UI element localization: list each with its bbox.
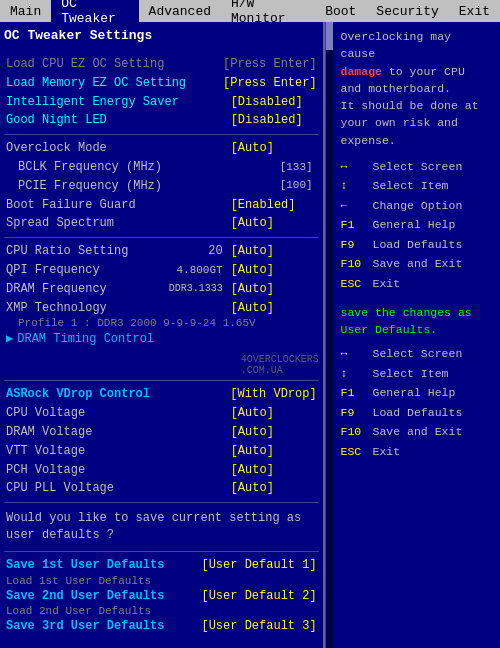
value-xmp-tech: [Auto] [227, 300, 317, 317]
setting-dram-timing[interactable]: ▶ DRAM Timing Control [4, 329, 319, 348]
key2-desc-save-exit: Save and Exit [373, 422, 463, 442]
key-sym-esc: ESC [341, 274, 369, 294]
setting-spread-spectrum[interactable]: Spread Spectrum [Auto] [4, 214, 319, 233]
divider-5 [4, 551, 319, 552]
value-save-1st: [User Default 1] [197, 557, 316, 574]
setting-pcie-freq[interactable]: PCIE Frequency (MHz) [100] [4, 177, 319, 196]
key2-esc: ESC Exit [341, 442, 492, 462]
key-change-option: ← Change Option [341, 196, 492, 216]
menu-security[interactable]: Security [366, 0, 448, 22]
help-text-1: Overclocking may cause [341, 30, 451, 60]
right-panel: Overclocking may cause damage to your CP… [333, 22, 500, 648]
key2-desc-select-screen: Select Screen [373, 344, 463, 364]
label-dram-timing: DRAM Timing Control [17, 332, 154, 346]
label-overclock-mode: Overclock Mode [6, 140, 227, 157]
key-esc: ESC Exit [341, 274, 492, 294]
setting-good-night-led[interactable]: Good Night LED [Disabled] [4, 111, 319, 130]
value-load-memory-ez: [Press Enter] [219, 75, 317, 92]
value-dram-voltage: [Auto] [227, 424, 317, 441]
setting-dram-voltage[interactable]: DRAM Voltage [Auto] [4, 423, 319, 442]
label-cpu-pll-voltage: CPU PLL Voltage [6, 480, 227, 497]
value-cpu-pll-voltage: [Auto] [227, 480, 317, 497]
label-energy-saver: Intelligent Energy Saver [6, 94, 227, 111]
setting-save-2nd[interactable]: Save 2nd User Defaults [User Default 2] [4, 587, 319, 606]
scrollbar[interactable] [325, 22, 333, 648]
watermark-area: 4OVERCLOCKERS.COM.UA [4, 348, 319, 376]
key2-desc-select-item: Select Item [373, 364, 449, 384]
menu-advanced[interactable]: Advanced [139, 0, 221, 22]
setting-save-3rd[interactable]: Save 3rd User Defaults [User Default 3] [4, 617, 319, 636]
key-list-1: ↔ Select Screen ↕ Select Item ← Change O… [341, 157, 492, 294]
setting-boot-failure-guard[interactable]: Boot Failure Guard [Enabled] [4, 196, 319, 215]
key2-sym-f10: F10 [341, 422, 369, 442]
value-cpu-voltage: [Auto] [227, 405, 317, 422]
sublabel-save-1st: Load 1st User Defaults [4, 575, 319, 587]
key-desc-esc: Exit [373, 274, 401, 294]
setting-energy-saver[interactable]: Intelligent Energy Saver [Disabled] [4, 93, 319, 112]
key-desc-save-exit: Save and Exit [373, 254, 463, 274]
label-pcie-freq: PCIE Frequency (MHz) [18, 178, 280, 195]
key-select-screen: ↔ Select Screen [341, 157, 492, 177]
value-vtt-voltage: [Auto] [227, 443, 317, 460]
label-dram-voltage: DRAM Voltage [6, 424, 227, 441]
setting-xmp-tech[interactable]: XMP Technology [Auto] [4, 299, 319, 318]
menu-exit[interactable]: Exit [449, 0, 500, 22]
divider-4 [4, 502, 319, 503]
setting-qpi-freq[interactable]: QPI Frequency 4.800GT [Auto] [4, 261, 319, 280]
menu-hw-monitor[interactable]: H/W Monitor [221, 0, 315, 22]
label-save-1st: Save 1st User Defaults [6, 557, 197, 574]
divider-1 [4, 134, 319, 135]
key2-select-screen: ↔ Select Screen [341, 344, 492, 364]
setting-bclk-freq[interactable]: BCLK Frequency (MHz) [133] [4, 158, 319, 177]
menu-oc-tweaker[interactable]: OC Tweaker [51, 0, 138, 22]
divider-2 [4, 237, 319, 238]
key-sym-f9: F9 [341, 235, 369, 255]
setting-pch-voltage[interactable]: PCH Voltage [Auto] [4, 461, 319, 480]
label-boot-failure-guard: Boot Failure Guard [6, 197, 227, 214]
key2-desc-general-help: General Help [373, 383, 456, 403]
menu-main[interactable]: Main [0, 0, 51, 22]
label-vdrop: ASRock VDrop Control [6, 386, 226, 403]
menu-boot[interactable]: Boot [315, 0, 366, 22]
key-desc-select-screen: Select Screen [373, 157, 463, 177]
label-xmp-tech: XMP Technology [6, 300, 227, 317]
key-desc-load-defaults: Load Defaults [373, 235, 463, 255]
value-pch-voltage: [Auto] [227, 462, 317, 479]
key2-desc-esc: Exit [373, 442, 401, 462]
top-menu-bar: Main OC Tweaker Advanced H/W Monitor Boo… [0, 0, 500, 22]
setting-cpu-ratio[interactable]: CPU Ratio Setting 20 [Auto] [4, 242, 319, 261]
key-list-2: ↔ Select Screen ↕ Select Item F1 General… [341, 344, 492, 461]
setting-vdrop[interactable]: ASRock VDrop Control [With VDrop] [4, 385, 319, 404]
setting-load-cpu-ez[interactable]: Load CPU EZ OC Setting [Press Enter] [4, 55, 319, 74]
value-boot-failure-guard: [Enabled] [227, 197, 317, 214]
key2-load-defaults: F9 Load Defaults [341, 403, 492, 423]
key-sym-f1: F1 [341, 215, 369, 235]
setting-cpu-voltage[interactable]: CPU Voltage [Auto] [4, 404, 319, 423]
label-save-3rd: Save 3rd User Defaults [6, 618, 197, 635]
setting-save-1st[interactable]: Save 1st User Defaults [User Default 1] [4, 556, 319, 575]
setting-vtt-voltage[interactable]: VTT Voltage [Auto] [4, 442, 319, 461]
qpi-num: 4.800GT [176, 263, 222, 278]
help-damage-word: damage [341, 65, 382, 78]
value-good-night-led: [Disabled] [227, 112, 317, 129]
sublabel-save-2nd: Load 2nd User Defaults [4, 605, 319, 617]
setting-overclock-mode[interactable]: Overclock Mode [Auto] [4, 139, 319, 158]
key2-sym-f9: F9 [341, 403, 369, 423]
setting-load-memory-ez[interactable]: Load Memory EZ OC Setting [Press Enter] [4, 74, 319, 93]
key-sym-arrow-left: ← [341, 196, 369, 216]
save-notice: save the changes as User Defaults. [341, 304, 492, 339]
label-save-2nd: Save 2nd User Defaults [6, 588, 197, 605]
value-dram-freq: [Auto] [227, 281, 317, 298]
key2-desc-load-defaults: Load Defaults [373, 403, 463, 423]
triangle-icon: ▶ [6, 331, 13, 346]
divider-3 [4, 380, 319, 381]
setting-cpu-pll-voltage[interactable]: CPU PLL Voltage [Auto] [4, 479, 319, 498]
dram-num: DDR3.1333 [169, 282, 223, 296]
label-pch-voltage: PCH Voltage [6, 462, 227, 479]
key-sym-arrows-h: ↔ [341, 157, 369, 177]
scrollbar-thumb[interactable] [326, 22, 333, 50]
main-area: OC Tweaker Settings Load CPU EZ OC Setti… [0, 22, 500, 648]
value-load-cpu-ez: [Press Enter] [219, 56, 317, 73]
setting-dram-freq[interactable]: DRAM Frequency DDR3.1333 [Auto] [4, 280, 319, 299]
key-sym-f10: F10 [341, 254, 369, 274]
